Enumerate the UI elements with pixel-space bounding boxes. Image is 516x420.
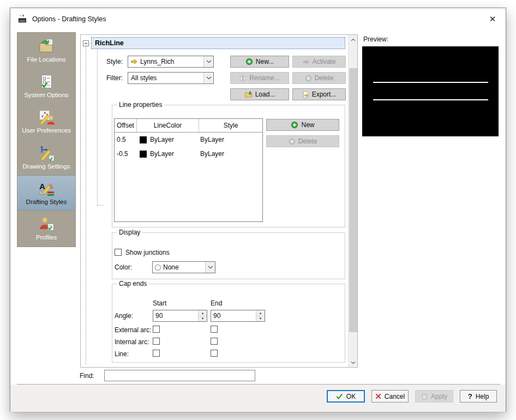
sidebar-item-file-locations[interactable]: File Locations: [17, 33, 75, 68]
angle-start-stepper[interactable]: 90 ▲▼: [153, 310, 207, 322]
filter-combobox-dropdown-button[interactable]: [203, 73, 213, 83]
line-start-checkbox[interactable]: [153, 350, 160, 357]
tree-node-label: RichLine: [95, 39, 124, 47]
spin-up-icon[interactable]: ▲: [256, 310, 265, 316]
angle-label: Angle:: [115, 312, 133, 320]
cancel-button-label: Cancel: [385, 393, 405, 400]
line-properties-table-header: Offset LineColor Style: [115, 119, 262, 133]
export-page-icon: [302, 91, 309, 98]
ok-button-label: OK: [346, 393, 356, 400]
titlebar[interactable]: 2022 Options - Drafting Styles ✕: [10, 8, 506, 30]
show-junctions-label: Show junctions: [125, 249, 170, 256]
style-cell: ByLayer: [199, 150, 262, 158]
close-icon[interactable]: ✕: [485, 13, 500, 26]
sidebar-item-profiles[interactable]: Profiles: [17, 211, 75, 246]
options-dialog: 2022 Options - Drafting Styles ✕ File Lo…: [10, 8, 506, 412]
sidebar-item-label: System Options: [24, 92, 68, 98]
activate-button[interactable]: Activate: [292, 56, 346, 68]
help-button-label: Help: [476, 393, 489, 400]
tree-node-richline[interactable]: RichLine: [91, 37, 345, 49]
system-options-icon: [38, 74, 55, 90]
new-style-button-label: New...: [256, 58, 274, 65]
line-end-checkbox[interactable]: [211, 350, 218, 357]
ok-check-icon: [336, 393, 343, 399]
color-swatch: [140, 151, 147, 158]
vertical-scrollbar[interactable]: [348, 35, 357, 367]
delete-style-button[interactable]: Delete: [292, 72, 346, 84]
scroll-down-icon[interactable]: [349, 358, 358, 367]
screenshot-stage: 2022 Options - Drafting Styles ✕ File Lo…: [0, 0, 516, 420]
table-row[interactable]: 0.5 ByLayer ByLayer: [115, 133, 262, 147]
delete-circle-icon: [305, 75, 312, 82]
apply-page-icon: [421, 393, 428, 400]
spin-down-icon[interactable]: ▼: [256, 316, 265, 322]
linecolor-value: ByLayer: [150, 150, 174, 158]
show-junctions-checkbox[interactable]: [115, 249, 122, 256]
new-line-button[interactable]: New: [266, 119, 339, 131]
tree-child-line: [97, 50, 98, 205]
offset-cell: -0.5: [115, 150, 137, 158]
scrollbar-thumb[interactable]: [349, 68, 357, 332]
scroll-up-icon[interactable]: [349, 35, 358, 44]
drafting-styles-icon: A .00: [38, 181, 55, 197]
sidebar-item-label: Drawing Settings: [23, 163, 70, 170]
new-style-button[interactable]: New...: [230, 56, 289, 68]
load-folder-icon: [244, 91, 253, 98]
help-button[interactable]: ? Help: [460, 390, 497, 403]
cap-ends-group-title: Cap ends: [117, 280, 149, 287]
find-label: Find:: [80, 372, 94, 380]
line-properties-table[interactable]: Offset LineColor Style 0.5 ByLayer ByLay…: [114, 118, 263, 222]
chevron-down-icon: [206, 60, 212, 63]
angle-end-spin-buttons[interactable]: ▲▼: [256, 310, 265, 321]
svg-text:2022: 2022: [19, 19, 26, 22]
angle-end-stepper[interactable]: 90 ▲▼: [211, 310, 265, 322]
apply-button-label: Apply: [431, 393, 447, 400]
linecolor-cell: ByLayer: [137, 136, 199, 143]
rename-button[interactable]: Rename...: [230, 72, 289, 84]
find-input[interactable]: [104, 370, 255, 381]
svg-text:A: A: [39, 182, 45, 191]
linecolor-cell: ByLayer: [137, 150, 199, 158]
filter-label: Filter:: [106, 74, 123, 82]
sidebar-item-drafting-styles[interactable]: A .00 Drafting Styles: [17, 175, 75, 211]
style-combobox-dropdown-button[interactable]: [203, 56, 213, 67]
angle-start-value: 90: [153, 310, 198, 321]
internal-arc-label: Internal arc:: [115, 338, 149, 346]
color-combobox[interactable]: None: [152, 261, 215, 273]
preview-line-top: [373, 82, 488, 83]
color-label: Color:: [115, 263, 132, 271]
tree-expander-icon[interactable]: [83, 40, 89, 46]
spin-down-icon[interactable]: ▼: [199, 316, 207, 322]
spin-up-icon[interactable]: ▲: [199, 310, 207, 316]
sidebar-item-drawing-settings[interactable]: Drawing Settings: [17, 140, 75, 175]
apply-button[interactable]: Apply: [415, 390, 453, 403]
filter-combobox-value: All styles: [128, 74, 203, 82]
footer: OK Cancel Apply ? Help: [10, 385, 506, 412]
export-button[interactable]: Export...: [292, 88, 346, 100]
table-row[interactable]: -0.5 ByLayer ByLayer: [115, 147, 262, 161]
style-combobox[interactable]: Lynns_Rich: [128, 56, 214, 68]
plus-circle-icon: [291, 121, 298, 129]
load-button-label: Load...: [255, 91, 275, 98]
filter-combobox[interactable]: All styles: [128, 72, 214, 84]
column-header-linecolor: LineColor: [137, 119, 199, 132]
sidebar-item-system-options[interactable]: System Options: [17, 68, 75, 104]
delete-line-button[interactable]: Delete: [266, 135, 339, 147]
external-arc-end-checkbox[interactable]: [211, 326, 218, 333]
display-group-title: Display: [117, 229, 142, 236]
ok-button[interactable]: OK: [327, 390, 365, 403]
cancel-button[interactable]: Cancel: [371, 390, 409, 403]
angle-start-spin-buttons[interactable]: ▲▼: [198, 310, 207, 321]
linecolor-value: ByLayer: [150, 136, 174, 143]
style-arrow-icon: [130, 58, 138, 65]
sidebar-item-user-preferences[interactable]: User Preferences: [17, 104, 75, 139]
internal-arc-start-checkbox[interactable]: [153, 338, 160, 345]
internal-arc-end-checkbox[interactable]: [211, 338, 218, 345]
color-combobox-dropdown-button[interactable]: [205, 262, 215, 273]
load-button[interactable]: Load...: [230, 88, 289, 100]
chevron-down-icon: [206, 76, 212, 80]
preview-line-bottom: [373, 99, 488, 100]
help-icon: ?: [468, 392, 472, 400]
external-arc-start-checkbox[interactable]: [153, 326, 160, 333]
cancel-x-icon: [375, 393, 381, 399]
